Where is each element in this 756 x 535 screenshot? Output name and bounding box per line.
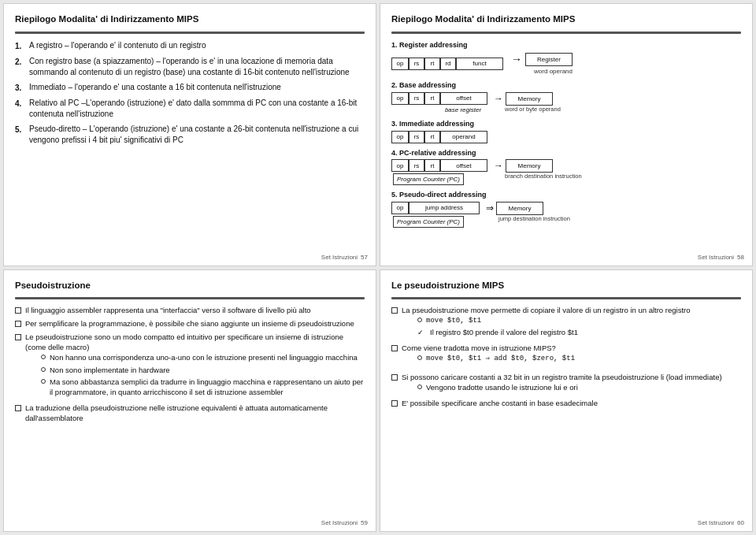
sub-list-item: move $t0, $t1 bbox=[402, 316, 741, 325]
bullet-circle-icon bbox=[41, 367, 46, 372]
sub-list-item: Vengono tradotte usando le istruzione lu… bbox=[402, 383, 741, 393]
jump-sub: jump destination instruction bbox=[498, 215, 570, 224]
item-text: Relativo al PC –L'operando (istruzione) … bbox=[29, 98, 365, 120]
bullet-text: Le pseudoistruzione sono un modo compatt… bbox=[25, 333, 365, 353]
bullet-text: Il linguaggio assembler rappresenta una … bbox=[25, 306, 365, 316]
register-addressing-label: 1. Register addressing bbox=[391, 40, 741, 50]
base-register-label: base register bbox=[439, 106, 487, 114]
check-icon: ✓ bbox=[417, 328, 424, 338]
memory-result: Memory bbox=[506, 92, 553, 106]
slide-4-title-bar bbox=[391, 297, 741, 299]
bullet-sq-icon bbox=[15, 307, 21, 314]
slide-2-footer: Set Istruzioni 58 bbox=[698, 254, 744, 261]
slide-3-number: 59 bbox=[361, 519, 368, 526]
sub-list-item: ✓ Il registro $t0 prende il valore del r… bbox=[402, 328, 741, 338]
arrow-right-icon: → bbox=[511, 52, 522, 68]
bullet-circle-icon bbox=[41, 355, 46, 359]
slide-4-number: 60 bbox=[737, 519, 744, 526]
list-item: 5. Pseudo-diretto – L'operando (istruzio… bbox=[15, 124, 365, 146]
arrow-right-icon: → bbox=[494, 92, 503, 106]
sub-bullet-text: Non sono implementate in hardware bbox=[50, 366, 365, 376]
item-num: 5. bbox=[15, 124, 26, 146]
immediate-addressing-section: 3. Immediate addressing op rs rt operand bbox=[391, 119, 741, 143]
double-arrow-icon: ⇒ bbox=[486, 202, 494, 215]
memory-sub: word or byte operand bbox=[505, 106, 561, 114]
bullet-circle-icon bbox=[417, 355, 422, 360]
op-field: op bbox=[391, 58, 409, 70]
base-addressing-section: 2. Base addressing op rs rt offset base … bbox=[391, 80, 741, 114]
slide-4-content: La pseudoistruzione move permette di cop… bbox=[391, 306, 741, 411]
slide-3-footer: Set Istruzioni 59 bbox=[321, 519, 368, 526]
slide-2-title-bar bbox=[391, 32, 741, 34]
sub-list-item: Non hanno una corrispondenza uno-a-uno c… bbox=[25, 353, 365, 363]
bullet-text: La traduzione della pseudoistruzione nel… bbox=[25, 403, 365, 424]
list-item: Si possono caricare costanti a 32 bit in… bbox=[391, 373, 741, 396]
bullet-sq-icon bbox=[15, 321, 21, 327]
program-counter-label: Program Counter (PC) bbox=[393, 173, 464, 185]
slide-3-title: Pseudoistruzione bbox=[15, 280, 365, 292]
slide-2-set-label: Set Istruzioni bbox=[698, 254, 734, 261]
slide-1-content: 1. A registro – l'operando e' il contenu… bbox=[15, 40, 365, 150]
program-counter-label-2: Program Counter (PC) bbox=[393, 216, 464, 228]
offset-field: offset bbox=[440, 92, 487, 105]
slide-1-title: Riepilogo Modalita' di Indirizzamento MI… bbox=[15, 13, 365, 25]
register-addressing-section: 1. Register addressing op rs rt rd funct… bbox=[391, 40, 741, 76]
rs-field: rs bbox=[409, 131, 424, 143]
slide-1-title-bar bbox=[15, 32, 365, 34]
item-text: Pseudo-diretto – L'operando (istruzione)… bbox=[29, 124, 365, 146]
operand-field: operand bbox=[440, 131, 487, 143]
bullet-sq-icon bbox=[391, 345, 398, 351]
bullet-sq-icon bbox=[391, 400, 398, 407]
rt-field: rt bbox=[424, 131, 440, 143]
rt-field: rt bbox=[424, 92, 440, 105]
bullet-circle-icon bbox=[417, 318, 422, 322]
list-item: Le pseudoistruzione sono un modo compatt… bbox=[15, 333, 365, 400]
item-text: Immediato – l'operando e' una costante a… bbox=[29, 82, 365, 94]
slide-4-footer: Set Istruzioni 60 bbox=[698, 519, 744, 526]
bullet-circle-icon bbox=[417, 385, 422, 389]
op-field: op bbox=[391, 202, 409, 214]
slide-2: Riepilogo Modalita' di Indirizzamento MI… bbox=[380, 3, 753, 266]
item-text: Con registro base (a spiazzamento) – l'o… bbox=[29, 56, 365, 78]
sub-list-item: Ma sono abbastanza semplici da tradurre … bbox=[25, 377, 365, 398]
immediate-addressing-label: 3. Immediate addressing bbox=[391, 119, 741, 129]
op-field: op bbox=[391, 159, 409, 172]
sub-code-text: move $t0, $t1 bbox=[426, 316, 741, 325]
op-field: op bbox=[391, 92, 409, 105]
list-item: 1. A registro – l'operando e' il contenu… bbox=[15, 40, 365, 52]
bullet-text: Si possono caricare costanti a 32 bit in… bbox=[402, 373, 741, 383]
slide-3-set-label: Set Istruzioni bbox=[321, 519, 358, 526]
list-item: Per semplificare la programmazione, è po… bbox=[15, 319, 365, 329]
bullet-text: Per semplificare la programmazione, è po… bbox=[25, 319, 365, 329]
sub-check-text: Il registro $t0 prende il valore del reg… bbox=[430, 328, 741, 338]
memory-result: Memory bbox=[506, 159, 553, 173]
sub-list-item: Non sono implementate in hardware bbox=[25, 366, 365, 376]
item-num: 3. bbox=[15, 82, 26, 94]
sub-code-text: move $t0, $t1 ⇒ add $t0, $zero, $t1 bbox=[426, 354, 741, 363]
pc-relative-addressing-section: 4. PC-relative addressing op rs rt offse… bbox=[391, 148, 741, 186]
slide-1-number: 57 bbox=[361, 254, 368, 261]
jump-address-field: jump address bbox=[409, 202, 480, 214]
bullet-circle-icon bbox=[41, 379, 46, 384]
bullet-sq-icon bbox=[391, 307, 398, 314]
list-item: 2. Con registro base (a spiazzamento) – … bbox=[15, 56, 365, 78]
branch-sub: branch destination instruction bbox=[505, 173, 582, 181]
slide-1-footer: Set Istruzioni 57 bbox=[321, 254, 368, 261]
register-sub: word operand bbox=[525, 67, 573, 76]
slide-2-content: 1. Register addressing op rs rt rd funct… bbox=[391, 40, 741, 232]
slide-4: Le pseudoistruzione MIPS La pseudoistruz… bbox=[380, 269, 753, 533]
list-item: Come viene tradotta move in istruzione M… bbox=[391, 344, 741, 370]
list-item: La traduzione della pseudoistruzione nel… bbox=[15, 403, 365, 424]
rd-field: rd bbox=[440, 58, 456, 70]
bullet-sq-icon bbox=[15, 334, 21, 340]
register-result: Register bbox=[525, 53, 573, 66]
list-item: 4. Relativo al PC –L'operando (istruzion… bbox=[15, 98, 365, 120]
rs-field: rs bbox=[409, 159, 424, 172]
sub-check-text: Vengono tradotte usando le istruzione lu… bbox=[426, 383, 741, 393]
bullet-text: La pseudoistruzione move permette di cop… bbox=[402, 306, 741, 316]
bullet-sq-icon bbox=[15, 405, 21, 411]
slide-3: Pseudoistruzione Il linguaggio assembler… bbox=[3, 269, 376, 533]
slide-2-number: 58 bbox=[737, 254, 744, 261]
slide-4-set-label: Set Istruzioni bbox=[698, 519, 734, 526]
list-item: 3. Immediato – l'operando e' una costant… bbox=[15, 82, 365, 94]
